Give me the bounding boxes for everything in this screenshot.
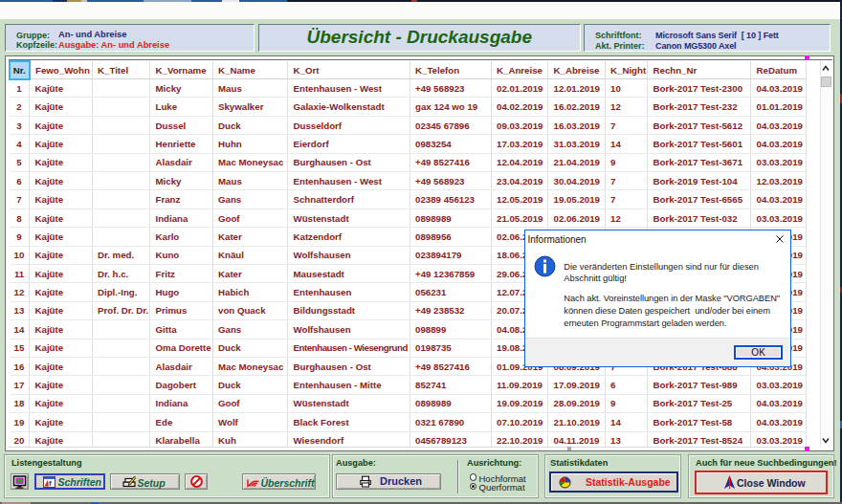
svg-text:f: f (49, 479, 52, 488)
